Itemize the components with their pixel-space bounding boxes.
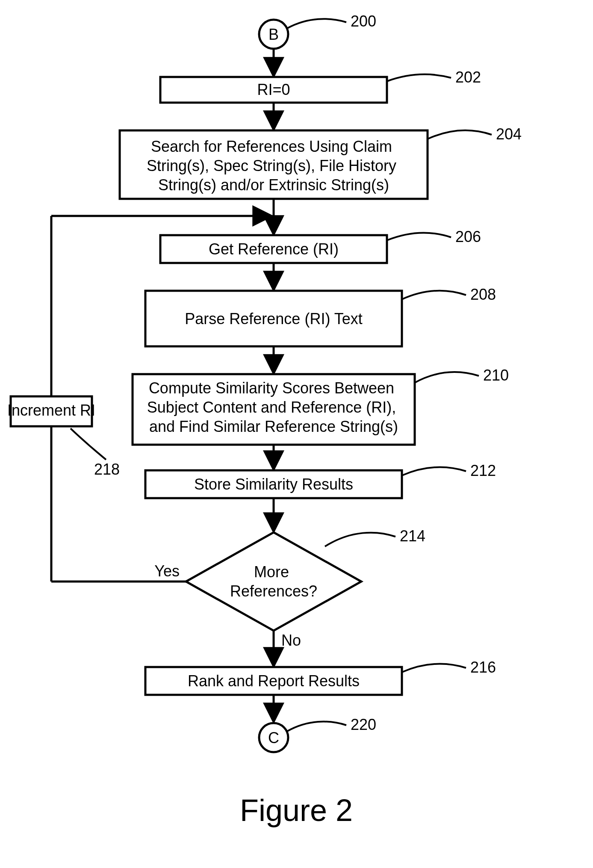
flowchart: B 200 RI=0 202 Search for References Usi… <box>0 0 593 868</box>
node-202-text: RI=0 <box>257 81 290 98</box>
node-218-text: Increment RI <box>7 402 95 419</box>
node-210-text: Compute Similarity Scores Between Subjec… <box>147 379 400 435</box>
ref-210: 210 <box>483 366 509 384</box>
ref-218: 218 <box>94 461 120 478</box>
ref-212: 212 <box>470 462 496 479</box>
ref-202: 202 <box>455 68 481 86</box>
node-206-text: Get Reference (RI) <box>209 240 339 258</box>
figure-label: Figure 2 <box>240 793 353 827</box>
ref-216: 216 <box>470 658 496 676</box>
ref-200: 200 <box>351 12 376 30</box>
branch-yes: Yes <box>154 562 180 580</box>
node-214-decision <box>186 532 361 631</box>
ref-206: 206 <box>455 228 481 245</box>
ref-208: 208 <box>470 286 496 303</box>
ref-220: 220 <box>351 716 376 733</box>
ref-214: 214 <box>400 527 425 545</box>
node-208-text: Parse Reference (RI) Text <box>185 310 363 328</box>
connector-end-label: C <box>268 729 279 747</box>
connector-start-label: B <box>268 26 279 43</box>
node-212-text: Store Similarity Results <box>194 475 353 493</box>
ref-204: 204 <box>496 125 522 143</box>
node-216-text: Rank and Report Results <box>188 672 360 690</box>
branch-no: No <box>281 632 301 649</box>
node-204-text: Search for References Using Claim String… <box>147 138 401 194</box>
